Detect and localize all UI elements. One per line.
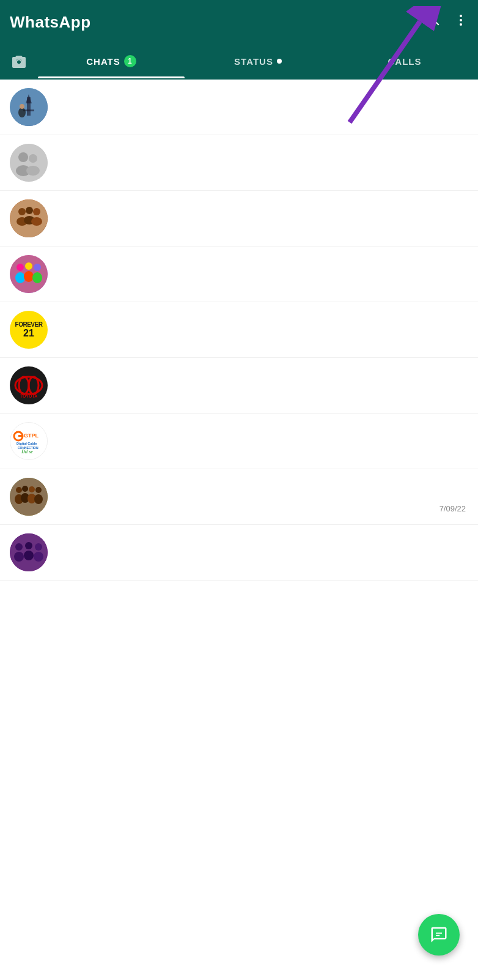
svg-point-15 (26, 166, 40, 176)
list-item[interactable]: FOREVER 21 (0, 302, 478, 358)
svg-point-50 (34, 494, 43, 504)
avatar (10, 255, 48, 293)
search-icon[interactable] (427, 13, 441, 31)
status-dot (277, 59, 282, 64)
svg-point-53 (14, 552, 24, 562)
svg-point-11 (10, 144, 48, 182)
app-header: WhatsApp (0, 0, 478, 44)
list-item[interactable] (0, 191, 478, 247)
svg-point-56 (35, 543, 42, 551)
tab-status[interactable]: STATUS (185, 44, 331, 78)
svg-point-25 (15, 272, 25, 283)
tab-chats[interactable]: CHATS 1 (38, 44, 185, 78)
avatar: GTPL Digital Cable CONNECTION Dil se (10, 422, 48, 460)
date-badge: 7/09/22 (439, 504, 466, 513)
svg-point-21 (33, 208, 40, 215)
chats-badge: 1 (124, 55, 136, 67)
tab-calls[interactable]: CALLS (331, 44, 478, 78)
chat-icon (430, 926, 448, 944)
svg-point-28 (34, 264, 41, 271)
svg-text:GTPL: GTPL (24, 432, 39, 439)
svg-point-49 (35, 487, 42, 493)
svg-point-45 (22, 486, 28, 492)
svg-point-55 (24, 551, 34, 560)
avatar: FOREVER 21 (10, 311, 48, 349)
svg-point-29 (32, 272, 42, 283)
list-item[interactable] (0, 247, 478, 302)
app-title: WhatsApp (10, 13, 91, 32)
svg-point-19 (26, 207, 33, 214)
svg-point-22 (31, 217, 42, 226)
list-item[interactable] (0, 525, 478, 581)
chat-list: FOREVER 21 TOYOTA (0, 80, 478, 581)
svg-point-9 (18, 108, 26, 117)
new-chat-button[interactable] (418, 914, 460, 956)
avatar (10, 144, 48, 182)
avatar (10, 533, 48, 571)
svg-point-14 (29, 154, 37, 163)
svg-point-17 (18, 208, 26, 215)
svg-text:Dil se: Dil se (21, 449, 33, 455)
svg-point-54 (25, 542, 32, 549)
list-item[interactable]: GTPL Digital Cable CONNECTION Dil se (0, 414, 478, 469)
list-item[interactable] (0, 80, 478, 135)
svg-point-2 (460, 23, 462, 26)
tab-bar: CHATS 1 STATUS CALLS (0, 44, 478, 80)
svg-point-57 (34, 552, 43, 562)
svg-rect-37 (18, 435, 23, 437)
svg-text:Digital Cable: Digital Cable (17, 442, 37, 445)
svg-point-10 (20, 104, 24, 109)
header-icons (427, 13, 468, 31)
list-item[interactable] (0, 135, 478, 191)
svg-point-1 (460, 19, 462, 21)
svg-point-26 (25, 262, 32, 270)
svg-point-47 (29, 486, 35, 492)
svg-point-27 (24, 271, 34, 282)
tab-chats-label: CHATS (86, 56, 120, 67)
svg-point-24 (17, 264, 24, 271)
avatar (10, 199, 48, 237)
avatar (10, 478, 48, 516)
tab-status-label: STATUS (234, 56, 273, 67)
svg-point-43 (16, 487, 22, 493)
list-item[interactable]: 7/09/22 (0, 469, 478, 525)
svg-point-12 (18, 152, 28, 162)
camera-button[interactable] (0, 54, 38, 68)
avatar: TOYOTA (10, 366, 48, 404)
more-options-button[interactable] (454, 13, 468, 31)
svg-point-0 (460, 15, 462, 17)
svg-text:TOYOTA: TOYOTA (20, 394, 38, 398)
avatar (10, 88, 48, 126)
svg-point-52 (15, 543, 23, 551)
tab-calls-label: CALLS (388, 56, 422, 67)
list-item[interactable]: TOYOTA (0, 358, 478, 414)
